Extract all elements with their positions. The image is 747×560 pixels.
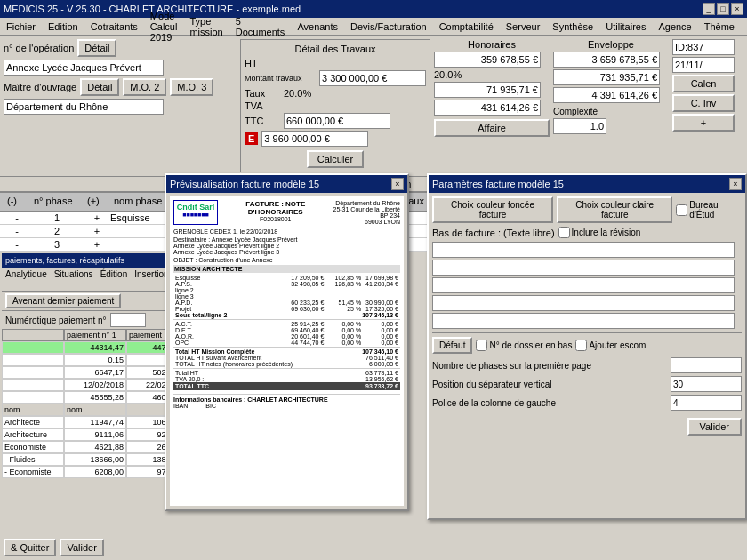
modal-params-close[interactable]: × <box>729 178 742 190</box>
env1-input[interactable] <box>553 52 660 68</box>
menu-mode-calcul[interactable]: Mode Calcul 2019 <box>148 10 181 44</box>
menu-situations[interactable]: Situations <box>52 268 95 290</box>
main-window: MEDICIS 25 - V 25.30 - CHARLET ARCHITECT… <box>0 0 747 560</box>
ph-plus[interactable]: (+) <box>84 195 110 209</box>
separateur-input[interactable] <box>671 376 742 392</box>
pr3-plus[interactable]: + <box>84 239 110 250</box>
close-btn[interactable]: × <box>731 3 743 15</box>
menu-serveur[interactable]: Serveur <box>503 20 543 33</box>
payments-grid: paiement n° 1 paiement n° 2 44314,47 447… <box>2 329 184 478</box>
pg-r2-v1: 6647,17 <box>64 366 126 379</box>
objet-label: OBJET : <box>173 257 197 263</box>
ajouter-escom-checkbox[interactable] <box>575 340 587 351</box>
montant-travaux-label: Montant travaux <box>245 74 316 83</box>
avenant-btn[interactable]: Avenant dernier paiement <box>5 293 121 308</box>
affaire-btn[interactable]: Affaire <box>434 119 550 137</box>
envelope-title: Enveloppe <box>553 39 669 50</box>
montant-input[interactable] <box>319 70 426 86</box>
menu-comptabilite[interactable]: Comptabilité <box>437 20 496 33</box>
minimize-btn[interactable]: _ <box>703 3 715 15</box>
inv-sep2 <box>173 347 400 348</box>
inv-ttc-label: TOTAL TTC <box>175 383 209 389</box>
menu-type-mission[interactable]: Type mission <box>187 15 225 38</box>
pg-r0-l <box>2 341 64 354</box>
couleur-claire-btn[interactable]: Choix couleur claire facture <box>557 196 672 223</box>
calen-btn[interactable]: Calen <box>672 75 735 92</box>
envelope-panel: Enveloppe Complexité <box>553 39 669 172</box>
menu-5documents[interactable]: 5 Documents <box>233 15 288 38</box>
complexite-input[interactable] <box>553 118 606 134</box>
annexe-input[interactable] <box>4 60 164 76</box>
ttc2-input[interactable] <box>261 131 368 147</box>
inclure-revision-checkbox[interactable] <box>558 227 570 238</box>
mo3-btn[interactable]: M.O. 3 <box>170 78 213 96</box>
menu-edition-sub[interactable]: Édition <box>99 268 130 290</box>
menu-fichier[interactable]: Fichier <box>4 20 38 33</box>
id-input[interactable] <box>672 39 735 55</box>
env3-input[interactable] <box>553 87 660 103</box>
objet-val: Construction d'une Annexe <box>198 257 272 263</box>
hon3-input[interactable] <box>434 82 541 98</box>
menu-devis[interactable]: Devis/Facturation <box>348 20 430 33</box>
inv-sep3 <box>173 368 400 369</box>
pr1-plus[interactable]: + <box>84 212 110 223</box>
detail-btn-1[interactable]: Détail <box>77 39 116 57</box>
menu-utilitaires[interactable]: Utilitaires <box>603 20 648 33</box>
modal-preview-title: Prévisualisation facture modèle 15 <box>170 179 319 189</box>
pr3-minus[interactable]: - <box>4 239 30 250</box>
invoice-dept-bp: BP 234 <box>333 212 401 219</box>
tva-label: TVA <box>245 100 280 111</box>
text-field-1[interactable] <box>432 242 735 258</box>
cinv-btn[interactable]: C. Inv <box>672 94 735 112</box>
menu-analytique[interactable]: Analytique <box>4 268 49 290</box>
text-field-5[interactable] <box>432 313 735 329</box>
detail-travaux-panel: Détail des Travaux HT Montant travaux Ta… <box>240 39 430 172</box>
pr2-minus[interactable]: - <box>4 226 30 236</box>
maitre-row: Maître d'ouvrage Détail M.O. 2 M.O. 3 <box>4 78 237 96</box>
num-dossier-checkbox[interactable] <box>476 340 487 351</box>
pg-r4-v1: 45555,28 <box>64 391 126 404</box>
params-divider <box>432 332 742 333</box>
dept-input[interactable] <box>4 99 164 115</box>
detail-btn-2[interactable]: Détail <box>80 78 119 96</box>
hon1-input[interactable] <box>434 52 541 68</box>
menu-edition[interactable]: Edition <box>45 20 81 33</box>
pg-r7-v1: 9111,06 <box>64 428 126 441</box>
nb-phases-input[interactable] <box>671 357 742 373</box>
mo2-btn[interactable]: M.O. 2 <box>123 78 166 96</box>
inv-total-ht-av: TOTAL HT suivant Avancement 76 511,40 € <box>173 355 400 361</box>
text-fields <box>432 242 742 329</box>
paiement-num-input[interactable] <box>110 313 146 327</box>
menu-avenants[interactable]: Avenants <box>294 20 341 33</box>
bureau-etud-checkbox[interactable] <box>676 204 687 216</box>
ph-minus[interactable]: (-) <box>4 195 30 209</box>
ttc-input[interactable] <box>284 113 390 129</box>
invoice-dept-addr: 25-31 Cour de la Liberté <box>333 206 401 212</box>
pr1-minus[interactable]: - <box>4 212 30 223</box>
pr2-plus[interactable]: + <box>84 226 110 236</box>
hon4-input[interactable] <box>434 100 541 116</box>
params-valider-btn[interactable]: Valider <box>687 418 742 436</box>
text-field-3[interactable] <box>432 277 735 293</box>
avenants-bar: Avenant dernier paiement <box>2 292 184 311</box>
calculer-btn[interactable]: Calculer <box>307 150 364 168</box>
bank-details: IBAN BIC <box>173 403 400 409</box>
modal-preview: Prévisualisation facture modèle 15 × Cnd… <box>165 173 409 511</box>
menu-agence[interactable]: Agence <box>655 20 694 33</box>
police-input[interactable] <box>671 395 742 411</box>
couleur-foncee-btn[interactable]: Choix couleur foncée facture <box>432 196 553 223</box>
menu-theme[interactable]: Thème <box>702 20 737 33</box>
maximize-btn[interactable]: □ <box>717 3 729 15</box>
title-bar-controls: _ □ × <box>703 3 743 15</box>
plus-btn[interactable]: + <box>672 114 735 132</box>
date-input[interactable] <box>672 57 735 73</box>
text-field-4[interactable] <box>432 295 735 311</box>
defaut-btn[interactable]: Défaut <box>432 337 472 354</box>
menu-synthese[interactable]: Synthèse <box>550 20 596 33</box>
pg-r7-l: Architecture <box>2 428 64 441</box>
inv-total-ht-notes: TOTAL HT notes (honoraires précédentes) … <box>173 361 400 367</box>
env2-input[interactable] <box>553 69 660 85</box>
modal-preview-close[interactable]: × <box>391 178 404 190</box>
text-field-2[interactable] <box>432 260 735 276</box>
menu-cotraitants[interactable]: Cotraitants <box>88 20 141 33</box>
